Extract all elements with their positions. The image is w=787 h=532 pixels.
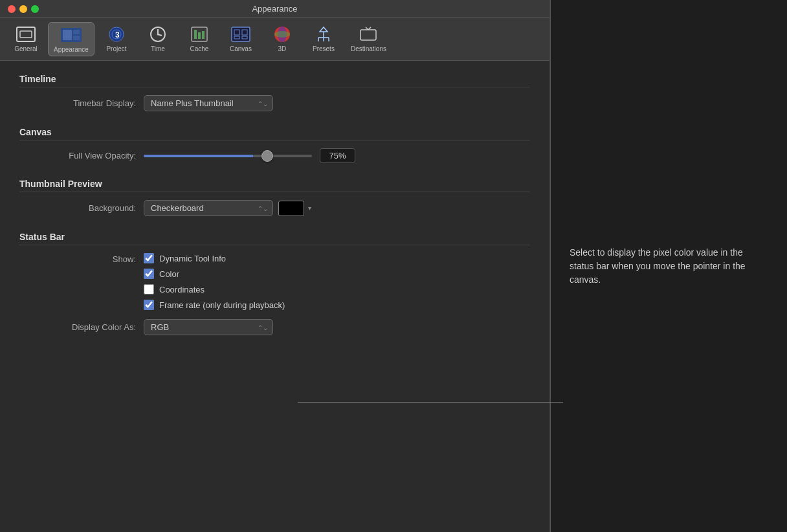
checkbox-frame-rate: Frame rate (only during playback) xyxy=(144,300,285,310)
canvas-section: Canvas Full View Opacity: 75% xyxy=(19,127,530,163)
svg-rect-4 xyxy=(73,30,80,34)
color-dropdown-arrow[interactable]: ▾ xyxy=(308,205,311,212)
status-bar-title: Status Bar xyxy=(19,232,530,245)
content-area: Timeline Timebar Display: Name Plus Thum… xyxy=(0,61,549,532)
title-bar: Appearance xyxy=(0,0,549,18)
timeline-section: Timeline Timebar Display: Name Plus Thum… xyxy=(19,74,530,111)
background-label: Background: xyxy=(32,203,136,213)
checkbox-frame-rate-label: Frame rate (only during playback) xyxy=(159,300,285,310)
checkbox-dynamic-tool-info-input[interactable] xyxy=(144,253,154,263)
slider-container: 75% xyxy=(144,148,355,163)
svg-rect-5 xyxy=(73,36,80,40)
divider xyxy=(550,0,551,532)
close-button[interactable] xyxy=(8,5,16,13)
display-color-select[interactable]: RGB HSL HSB CMYK xyxy=(144,319,273,335)
color-swatch-wrapper: ▾ xyxy=(278,201,311,216)
toolbar-label-destinations: Destinations xyxy=(351,45,386,52)
checkbox-items: Dynamic Tool Info Color Coordinates xyxy=(144,253,285,310)
traffic-lights xyxy=(8,5,39,13)
toolbar-label-presets: Presets xyxy=(313,45,335,52)
toolbar-label-canvas: Canvas xyxy=(230,45,252,52)
canvas-section-title: Canvas xyxy=(19,127,530,140)
checkbox-coordinates-input[interactable] xyxy=(144,284,154,294)
toolbar-item-time[interactable]: Time xyxy=(139,22,177,56)
background-select-wrapper: Checkerboard Black White Gray xyxy=(144,200,273,216)
project-icon: 3 xyxy=(104,25,129,44)
maximize-button[interactable] xyxy=(31,5,39,13)
checkbox-coordinates-label: Coordinates xyxy=(159,285,205,294)
checkbox-dynamic-tool-info-label: Dynamic Tool Info xyxy=(159,254,226,263)
svg-rect-14 xyxy=(194,30,197,39)
toolbar-label-general: General xyxy=(14,45,38,52)
checkbox-coordinates: Coordinates xyxy=(144,284,285,294)
callout-text: Select to display the pixel color value … xyxy=(570,246,751,287)
time-icon xyxy=(145,25,171,44)
toolbar: General Appearance xyxy=(0,18,549,61)
svg-rect-16 xyxy=(202,31,205,39)
svg-point-12 xyxy=(157,34,159,36)
svg-rect-3 xyxy=(63,30,72,40)
timebar-display-select[interactable]: Name Plus Thumbnail Name Thumbnail Only xyxy=(144,95,273,111)
display-color-row: Display Color As: RGB HSL HSB CMYK xyxy=(19,319,530,335)
svg-point-25 xyxy=(274,31,290,38)
display-color-label: Display Color As: xyxy=(32,322,136,332)
appearance-icon xyxy=(58,25,84,45)
display-color-select-wrapper: RGB HSL HSB CMYK xyxy=(144,319,273,335)
toolbar-item-cache[interactable]: Cache xyxy=(180,22,219,56)
timebar-display-wrapper: Name Plus Thumbnail Name Thumbnail Only xyxy=(144,95,273,111)
thumbnail-preview-title: Thumbnail Preview xyxy=(19,179,530,192)
toolbar-item-presets[interactable]: Presets xyxy=(304,22,343,56)
toolbar-label-project: Project xyxy=(106,45,126,52)
checkbox-frame-rate-input[interactable] xyxy=(144,300,154,310)
svg-text:3: 3 xyxy=(115,30,120,39)
svg-marker-26 xyxy=(320,27,327,32)
background-select[interactable]: Checkerboard Black White Gray xyxy=(144,200,273,216)
svg-rect-15 xyxy=(198,32,201,39)
full-view-opacity-label: Full View Opacity: xyxy=(32,151,136,161)
opacity-value: 75% xyxy=(320,148,355,163)
full-view-opacity-row: Full View Opacity: 75% xyxy=(19,148,530,163)
cache-icon xyxy=(186,25,212,44)
toolbar-item-3d[interactable]: 3D xyxy=(263,22,302,56)
timebar-display-row: Timebar Display: Name Plus Thumbnail Nam… xyxy=(19,95,530,111)
3d-icon xyxy=(269,25,295,44)
checkbox-color: Color xyxy=(144,269,285,279)
toolbar-item-destinations[interactable]: Destinations xyxy=(346,22,392,56)
window-title: Appearance xyxy=(252,4,297,14)
toolbar-label-cache: Cache xyxy=(190,45,208,52)
checkbox-color-input[interactable] xyxy=(144,269,154,279)
presets-icon xyxy=(311,25,337,44)
svg-rect-31 xyxy=(360,30,376,40)
svg-rect-0 xyxy=(17,27,35,41)
show-row: Show: Dynamic Tool Info Color xyxy=(19,253,530,310)
checkbox-dynamic-tool-info: Dynamic Tool Info xyxy=(144,253,285,263)
general-icon xyxy=(13,25,39,44)
toolbar-item-canvas[interactable]: Canvas xyxy=(221,22,260,56)
toolbar-label-appearance: Appearance xyxy=(54,46,89,53)
background-row: Background: Checkerboard Black White Gra… xyxy=(19,200,530,216)
toolbar-item-project[interactable]: 3 Project xyxy=(97,22,136,56)
thumbnail-preview-section: Thumbnail Preview Background: Checkerboa… xyxy=(19,179,530,216)
status-bar-section: Status Bar Show: Dynamic Tool Info Color xyxy=(19,232,530,335)
minimize-button[interactable] xyxy=(19,5,27,13)
callout-area: Select to display the pixel color value … xyxy=(550,0,787,532)
checkbox-color-label: Color xyxy=(159,269,179,279)
svg-rect-1 xyxy=(20,31,32,38)
opacity-slider[interactable] xyxy=(144,155,312,157)
color-swatch[interactable] xyxy=(278,201,304,216)
canvas-icon xyxy=(228,25,254,44)
toolbar-label-3d: 3D xyxy=(278,45,287,52)
app-window: Appearance General xyxy=(0,0,550,532)
destinations-icon xyxy=(355,25,381,44)
toolbar-item-appearance[interactable]: Appearance xyxy=(48,22,94,56)
timebar-display-label: Timebar Display: xyxy=(32,98,136,108)
toolbar-item-general[interactable]: General xyxy=(6,22,45,56)
toolbar-label-time: Time xyxy=(151,45,165,52)
show-label: Show: xyxy=(32,253,136,264)
timeline-section-title: Timeline xyxy=(19,74,530,87)
